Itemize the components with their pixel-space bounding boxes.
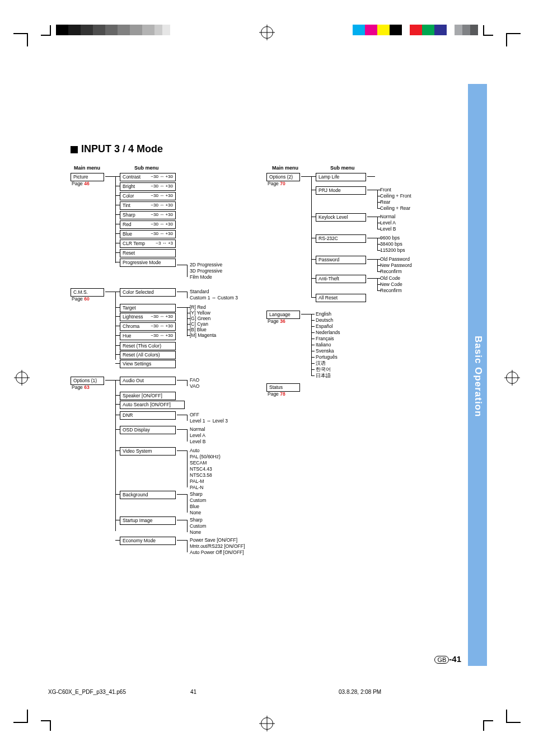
picture-clr-temp: CLR Temp−3 ↔ +3	[120, 240, 176, 248]
leaf-fao: FAO	[190, 377, 199, 383]
leaf-2d-progressive: 2D Progressive	[190, 262, 222, 268]
eco-leaf-0: Power Save [ON/OFF]	[190, 537, 237, 543]
leaf-osd-a: Level A	[190, 433, 205, 439]
lang-leaf-0: English	[316, 311, 331, 317]
cms-target: Target	[120, 304, 176, 312]
opt1-auto-search: Auto Search [ON/OFF]	[120, 401, 185, 409]
leaf-osd-normal: Normal	[190, 426, 205, 433]
lang-leaf-4: Français	[316, 336, 334, 342]
pw-leaves-1: New Password	[380, 262, 412, 269]
menu-language: Language	[266, 311, 300, 319]
video-leaf-5: PAL-M	[190, 478, 204, 485]
cms-chroma: Chroma−30 ↔ +30	[120, 322, 176, 331]
picture-sharp: Sharp−30 ↔ +30	[120, 211, 176, 219]
leaf-standard: Standard	[190, 289, 209, 295]
header-main-left: Main menu	[74, 165, 100, 172]
bg-leaf-1: Custom	[190, 497, 206, 504]
cms-hue: Hue−30 ↔ +30	[120, 332, 176, 340]
opt1-video-system: Video System	[120, 447, 176, 456]
picture-tint: Tint−30 ↔ +30	[120, 201, 176, 210]
registration-mark-bottom	[261, 717, 273, 730]
opt1-economy: Economy Mode	[120, 537, 176, 545]
opt1-osd: OSD Display	[120, 426, 176, 434]
cms-lightness: Lightness−30 ↔ +30	[120, 313, 176, 321]
pw-leaves-2: Reconfirm	[380, 269, 402, 275]
prj-leaves-1: Ceiling + Front	[380, 193, 411, 199]
registration-mark-left	[16, 372, 28, 384]
footer-page: 41	[190, 689, 196, 695]
startup-leaf-1: Custom	[190, 523, 206, 529]
menu-cms: C.M.S.	[71, 288, 104, 297]
page-ref-status: Page 78	[268, 391, 285, 397]
section-title: INPUT 3 / 4 Mode	[71, 143, 474, 155]
video-leaf-3: NTSC4.43	[190, 466, 212, 472]
lang-leaf-9: 한국어	[316, 367, 331, 373]
cms-view-settings: View Settings	[120, 360, 176, 368]
leaf-dnr-level: Level 1 ↔ Level 3	[190, 418, 228, 424]
opt2-lamp: Lamp Life	[316, 173, 366, 181]
menu-options2: Options (2)	[266, 173, 300, 181]
leaf-film-mode: Film Mode	[190, 274, 212, 280]
leaf-dnr-off: OFF	[190, 412, 199, 418]
target-leaf-5: [M] Magenta	[190, 332, 216, 339]
opt1-dnr: DNR	[120, 411, 176, 420]
lang-leaf-7: Português	[316, 354, 338, 360]
rs232-leaves-0: 9600 bps	[380, 235, 400, 241]
video-leaf-2: SECAM	[190, 460, 207, 466]
at-leaves-2: Reconfirm	[380, 288, 402, 294]
section-tab-label: Basic Operation	[472, 336, 484, 417]
startup-leaf-0: Sharp	[190, 517, 203, 523]
footer-filename: XG-C60X_E_PDF_p33_41.p65	[48, 689, 126, 695]
lang-leaf-5: Italiano	[316, 342, 331, 348]
leaf-osd-b: Level B	[190, 439, 205, 445]
menu-status: Status	[266, 383, 300, 392]
header-main-right: Main menu	[272, 165, 298, 172]
video-leaf-6: PAL-N	[190, 485, 203, 491]
startup-leaf-2: None	[190, 529, 201, 536]
bg-leaf-3: None	[190, 510, 201, 516]
opt2-antitheft: Anti-Theft	[316, 275, 366, 283]
at-leaves-1: New Code	[380, 281, 402, 288]
pw-leaves-0: Old Password	[380, 256, 410, 262]
cms-reset-all: Reset (All Colors)	[120, 351, 176, 359]
opt2-all-reset: All Reset	[316, 294, 366, 302]
page-ref-picture: Page 46	[72, 181, 90, 187]
at-leaves-0: Old Code	[380, 275, 400, 281]
picture-reset: Reset	[120, 249, 176, 257]
leaf-custom: Custom 1 ↔ Custom 3	[190, 295, 238, 301]
page-number: GB-41	[434, 654, 461, 664]
page-ref-options2: Page 70	[268, 181, 285, 187]
lang-leaf-10: 日本語	[316, 373, 331, 379]
opt2-rs232: RS-232C	[316, 234, 366, 243]
registration-mark-top	[261, 26, 273, 39]
rs232-leaves-1: 38400 bps	[380, 241, 402, 247]
prj-leaves-0: Front	[380, 187, 391, 193]
video-leaf-1: PAL (50/60Hz)	[190, 454, 221, 460]
opt2-keylock: Keylock Level	[316, 213, 366, 222]
page-ref-cms: Page 60	[72, 296, 90, 302]
opt1-startup: Startup Image	[120, 516, 176, 525]
opt1-background: Background	[120, 491, 176, 499]
picture-color: Color−30 ↔ +30	[120, 192, 176, 200]
picture-blue: Blue−30 ↔ +30	[120, 230, 176, 238]
leaf-vao: VAO	[190, 383, 199, 389]
footer-timestamp: 03.8.28, 2:08 PM	[339, 689, 381, 695]
header-sub-right: Sub menu	[330, 165, 355, 172]
bg-leaf-2: Blue	[190, 504, 199, 510]
cms-color-selected: Color Selected	[120, 288, 176, 297]
opt2-prj: PRJ Mode	[316, 186, 366, 195]
registration-mark-right	[506, 372, 518, 384]
opt1-speaker: Speaker [ON/OFF]	[120, 392, 176, 400]
header-sub-left: Sub menu	[134, 165, 159, 172]
keylock-leaves-1: Level A	[380, 220, 396, 226]
prj-leaves-2: Rear	[380, 199, 390, 205]
picture-progressive-mode: Progressive Mode	[120, 259, 176, 267]
lang-leaf-2: Español	[316, 323, 333, 330]
video-leaf-4: NTSC3.58	[190, 472, 212, 478]
menu-picture: Picture	[71, 173, 104, 181]
lang-leaf-6: Svenska	[316, 348, 334, 354]
cms-reset-this: Reset (This Color)	[120, 342, 176, 350]
opt1-audio-out: Audio Out	[120, 377, 176, 385]
eco-leaf-1: Mntr.out/RS232 [ON/OFF]	[190, 543, 245, 550]
page-ref-language: Page 36	[268, 318, 285, 325]
